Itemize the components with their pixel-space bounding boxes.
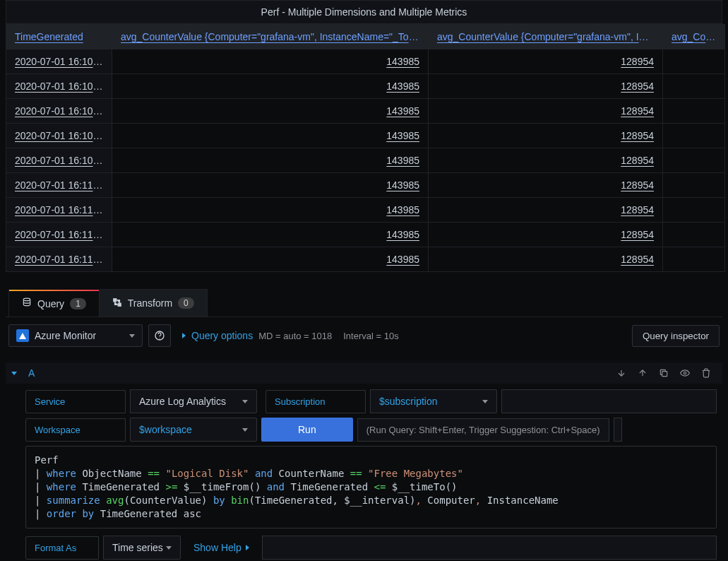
table-row: 2020-07-01 16:11:00143985128954 bbox=[6, 173, 725, 198]
cell-value[interactable] bbox=[663, 173, 725, 198]
subscription-select[interactable]: $subscription bbox=[370, 389, 497, 413]
column-header[interactable]: avg_Counter bbox=[663, 25, 725, 49]
tab-transform[interactable]: Transform 0 bbox=[100, 289, 208, 317]
table-row: 2020-07-01 16:11:20143985128954 bbox=[6, 223, 725, 247]
datasource-name: Azure Monitor bbox=[35, 330, 96, 341]
cell-time[interactable]: 2020-07-01 16:10:10 bbox=[6, 49, 112, 74]
svg-point-0 bbox=[23, 298, 30, 301]
cell-value[interactable] bbox=[663, 99, 725, 124]
tab-count-badge: 0 bbox=[178, 297, 194, 309]
cell-time[interactable]: 2020-07-01 16:11:30 bbox=[6, 247, 112, 272]
chevron-right-icon bbox=[246, 545, 249, 550]
cell-value[interactable]: 128954 bbox=[429, 223, 663, 247]
tab-query[interactable]: Query 1 bbox=[8, 289, 100, 317]
cell-time[interactable]: 2020-07-01 16:11:00 bbox=[6, 173, 112, 198]
tab-bar: Query 1 Transform 0 bbox=[6, 289, 722, 317]
show-help-toggle[interactable]: Show Help bbox=[185, 536, 258, 559]
cell-value[interactable] bbox=[663, 148, 725, 173]
table-row: 2020-07-01 16:11:10143985128954 bbox=[6, 198, 725, 223]
chevron-down-icon bbox=[482, 400, 488, 403]
cell-value[interactable]: 128954 bbox=[429, 74, 663, 99]
cell-value[interactable] bbox=[663, 198, 725, 223]
panel-title: Perf - Multiple Dimensions and Multiple … bbox=[6, 0, 722, 24]
column-header[interactable]: TimeGenerated bbox=[6, 25, 112, 49]
tab-label: Query bbox=[37, 298, 64, 309]
cell-value[interactable] bbox=[663, 124, 725, 148]
table-row: 2020-07-01 16:10:50143985128954 bbox=[6, 148, 725, 173]
tab-label: Transform bbox=[128, 297, 172, 309]
tab-count-badge: 1 bbox=[70, 298, 86, 309]
move-down-icon[interactable] bbox=[615, 367, 628, 379]
table-row: 2020-07-01 16:10:20143985128954 bbox=[6, 74, 725, 99]
cell-time[interactable]: 2020-07-01 16:10:20 bbox=[6, 74, 112, 99]
cell-time[interactable]: 2020-07-01 16:10:40 bbox=[6, 124, 112, 148]
cell-value[interactable] bbox=[663, 223, 725, 247]
run-button[interactable]: Run bbox=[261, 418, 353, 442]
data-table: TimeGenerated avg_CounterValue {Computer… bbox=[6, 24, 725, 272]
cell-value[interactable]: 128954 bbox=[429, 173, 663, 198]
move-up-icon[interactable] bbox=[636, 367, 649, 379]
cell-value[interactable] bbox=[663, 49, 725, 74]
cell-time[interactable]: 2020-07-01 16:11:10 bbox=[6, 198, 112, 223]
datasource-help-button[interactable] bbox=[148, 324, 171, 347]
cell-value[interactable]: 143985 bbox=[112, 124, 429, 148]
query-options-toggle[interactable]: Query options MD = auto = 1018Interval =… bbox=[177, 330, 416, 341]
datasource-picker[interactable]: Azure Monitor bbox=[8, 324, 143, 347]
cell-value[interactable]: 143985 bbox=[112, 198, 429, 223]
query-inspector-button[interactable]: Query inspector bbox=[632, 325, 720, 347]
svg-rect-2 bbox=[118, 303, 121, 306]
query-options-label: Query options bbox=[191, 330, 253, 341]
cell-value[interactable]: 128954 bbox=[429, 148, 663, 173]
table-row: 2020-07-01 16:10:30143985128954 bbox=[6, 99, 725, 124]
cell-time[interactable]: 2020-07-01 16:11:20 bbox=[6, 223, 112, 247]
duplicate-icon[interactable] bbox=[657, 367, 670, 379]
cell-value[interactable]: 143985 bbox=[112, 223, 429, 247]
workspace-select[interactable]: $workspace bbox=[130, 418, 257, 442]
chevron-down-icon bbox=[129, 334, 135, 338]
cell-value[interactable]: 128954 bbox=[429, 198, 663, 223]
cell-value[interactable]: 143985 bbox=[112, 173, 429, 198]
svg-point-6 bbox=[684, 372, 686, 374]
table-row: 2020-07-01 16:11:30143985128954 bbox=[6, 247, 725, 272]
cell-value[interactable]: 128954 bbox=[429, 124, 663, 148]
cell-value[interactable]: 143985 bbox=[112, 148, 429, 173]
svg-point-4 bbox=[159, 338, 160, 338]
subscription-label: Subscription bbox=[265, 390, 366, 413]
filler bbox=[501, 389, 717, 413]
query-row-name[interactable]: A bbox=[23, 367, 35, 379]
cell-time[interactable]: 2020-07-01 16:10:50 bbox=[6, 148, 112, 173]
toggle-visibility-icon[interactable] bbox=[679, 367, 691, 379]
table-row: 2020-07-01 16:10:10143985128954 bbox=[6, 49, 725, 74]
workspace-label: Workspace bbox=[25, 418, 126, 442]
query-options-meta: MD = auto = 1018Interval = 10s bbox=[258, 331, 410, 341]
cell-value[interactable]: 128954 bbox=[429, 49, 663, 74]
column-header[interactable]: avg_CounterValue {Computer="grafana-vm",… bbox=[429, 25, 663, 49]
chevron-down-icon bbox=[166, 546, 172, 550]
remove-query-icon[interactable] bbox=[700, 367, 712, 379]
cell-value[interactable] bbox=[663, 74, 725, 99]
transform-icon bbox=[112, 297, 122, 309]
azure-icon bbox=[16, 329, 29, 342]
svg-rect-5 bbox=[662, 372, 667, 377]
chevron-down-icon bbox=[11, 372, 17, 375]
filler bbox=[614, 418, 622, 442]
format-as-label: Format As bbox=[25, 536, 99, 560]
service-select[interactable]: Azure Log Analytics bbox=[130, 389, 257, 413]
cell-value[interactable]: 128954 bbox=[429, 247, 663, 272]
kql-editor[interactable]: Perf | where ObjectName == "Logical Disk… bbox=[25, 446, 717, 528]
cell-value[interactable]: 143985 bbox=[112, 74, 429, 99]
column-header[interactable]: avg_CounterValue {Computer="grafana-vm",… bbox=[112, 25, 429, 49]
cell-value[interactable]: 143985 bbox=[112, 99, 429, 124]
format-as-select[interactable]: Time series bbox=[103, 536, 181, 560]
cell-value[interactable]: 143985 bbox=[112, 49, 429, 74]
cell-value[interactable]: 128954 bbox=[429, 99, 663, 124]
service-label: Service bbox=[25, 390, 126, 413]
cell-value[interactable] bbox=[663, 247, 725, 272]
query-row-header[interactable]: A bbox=[6, 362, 722, 384]
chevron-down-icon bbox=[242, 428, 248, 432]
chevron-down-icon bbox=[242, 400, 248, 403]
cell-time[interactable]: 2020-07-01 16:10:30 bbox=[6, 99, 112, 124]
database-icon bbox=[22, 297, 32, 309]
cell-value[interactable]: 143985 bbox=[112, 247, 429, 272]
svg-rect-1 bbox=[114, 298, 117, 301]
